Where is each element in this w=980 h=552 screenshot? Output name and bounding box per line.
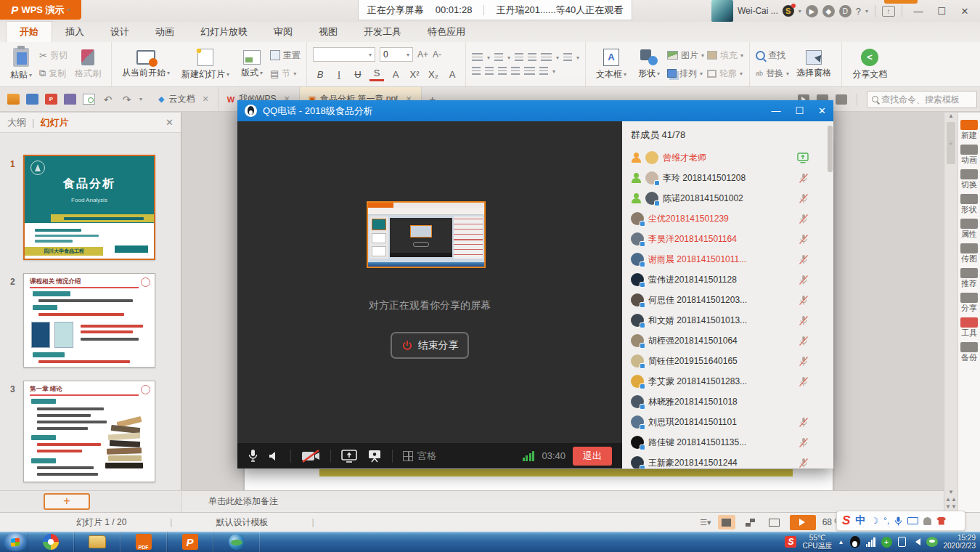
print-preview-icon[interactable] <box>83 94 95 105</box>
import-icon[interactable] <box>836 94 847 105</box>
mic-muted-icon[interactable] <box>799 417 809 430</box>
qq-title-bar[interactable]: QQ电话 - 2018级食品分析 — ☐ ✕ <box>237 100 833 121</box>
punctuation-icon[interactable]: °, <box>883 516 889 526</box>
align-right-icon[interactable] <box>498 67 507 76</box>
play-from-current-button[interactable]: 从当前开始▾ <box>118 44 174 85</box>
command-search-box[interactable] <box>867 91 977 108</box>
tray-expand-icon[interactable]: ▲ <box>838 539 844 545</box>
volume-tray-icon[interactable] <box>912 538 920 545</box>
fill-button[interactable]: 填充▾ <box>707 49 743 62</box>
member-row[interactable]: 曾维才老师 <box>622 147 833 168</box>
ribbon-tab[interactable]: 开始 <box>6 21 52 42</box>
notes-bar[interactable]: 单击此处添加备注 <box>182 490 958 512</box>
slides-tab[interactable]: 幻灯片 <box>40 116 68 129</box>
member-row[interactable]: 萤伟进2018141501128 <box>622 269 833 290</box>
network-tray-icon[interactable] <box>866 537 875 547</box>
ribbon-tab[interactable]: 审阅 <box>261 22 306 42</box>
member-row[interactable]: 李玲 2018141501208 <box>622 168 833 188</box>
system-clock[interactable]: 15:292020/2/23 <box>944 534 976 550</box>
textbox-button[interactable]: A文本框▾ <box>592 44 631 85</box>
reset-button[interactable]: 重置 <box>270 49 301 62</box>
mic-muted-icon[interactable] <box>799 458 809 468</box>
ribbon-tab[interactable]: 特色应用 <box>415 22 478 42</box>
outline-button[interactable]: 轮廓▾ <box>707 68 743 80</box>
align-center-icon[interactable] <box>485 67 494 76</box>
fullhalf-width-icon[interactable]: ☽ <box>870 516 878 526</box>
account-icon[interactable] <box>923 517 931 525</box>
vertical-scrollbar[interactable]: ▲ ≡ ▼ ▲▲ ▼▼ <box>944 113 957 512</box>
cut-button[interactable]: ✂剪切 <box>39 49 68 62</box>
outline-tab[interactable]: 大纲 <box>7 116 26 129</box>
microphone-button[interactable] <box>248 449 258 463</box>
mic-muted-icon[interactable] <box>799 315 809 328</box>
picture-button[interactable]: 图片▾ <box>667 49 704 62</box>
language-mode-toggle[interactable]: 中 <box>855 514 865 527</box>
mic-muted-icon[interactable] <box>799 214 809 227</box>
taskbar-browser-button[interactable] <box>28 532 74 552</box>
slide-sorter-view-button[interactable] <box>742 515 759 529</box>
font-family-select[interactable]: ▾ <box>313 47 375 62</box>
font-style-button[interactable]: A <box>445 67 460 81</box>
shrink-font-button[interactable]: A- <box>433 49 441 60</box>
help-dropdown-icon[interactable]: ▾ <box>865 8 868 15</box>
font-size-select[interactable]: 0▾ <box>380 47 413 62</box>
antivirus-tray-icon[interactable]: + <box>881 537 892 548</box>
task-pane-item[interactable]: 动画 <box>960 145 978 164</box>
grid-view-icon[interactable] <box>403 451 413 461</box>
qq-tray-icon[interactable] <box>850 536 860 548</box>
selection-pane-button[interactable]: 选择窗格 <box>792 44 836 85</box>
viewing-screen-icon[interactable] <box>797 153 809 166</box>
member-row[interactable]: 简钰佳2019151640165 <box>622 351 833 371</box>
account-name[interactable]: Wei-Cai ... <box>738 6 778 16</box>
scroll-up-icon[interactable]: ▲ <box>944 113 957 119</box>
new-slide-button[interactable]: 新建幻灯片▾ <box>177 44 234 85</box>
minimize-button[interactable]: — <box>909 3 928 19</box>
play-circle-icon[interactable]: ▶ <box>806 5 818 17</box>
task-pane-item[interactable]: 工具 <box>960 317 978 337</box>
soft-keyboard-icon[interactable] <box>907 517 918 524</box>
replace-button[interactable]: ab替换▾ <box>756 68 789 80</box>
next-slide-icon[interactable]: ▼▼ <box>944 503 957 511</box>
task-pane-item[interactable]: 形状 <box>960 194 978 214</box>
account-dropdown-icon[interactable]: ▾ <box>799 8 801 15</box>
member-row[interactable]: 尘优2018141501239 <box>622 208 833 229</box>
member-row[interactable]: 谢雨晨 2018141501011... <box>622 249 833 269</box>
text-frame-icon[interactable] <box>563 53 572 62</box>
member-row[interactable]: 路佳键 2018141501135... <box>622 432 833 452</box>
taskbar-app-button[interactable] <box>213 532 260 552</box>
wechat-tray-icon[interactable] <box>926 537 938 547</box>
taskbar-pdf-button[interactable]: PDF <box>121 532 167 552</box>
reading-view-button[interactable] <box>766 515 783 529</box>
save-icon[interactable] <box>26 94 38 105</box>
decrease-indent-icon[interactable] <box>515 53 523 62</box>
mic-muted-icon[interactable] <box>799 275 809 288</box>
ribbon-tab[interactable]: 幻灯片放映 <box>187 22 261 42</box>
member-row[interactable]: 和文婧 2018141501013... <box>622 310 833 330</box>
text-direction-icon[interactable] <box>541 53 552 62</box>
upload-icon[interactable]: ↑ <box>882 6 895 17</box>
notes-toggle-icon[interactable]: ☰▾ <box>700 518 711 527</box>
mic-muted-icon[interactable] <box>799 234 809 247</box>
task-pane-item[interactable]: 分享 <box>960 293 978 312</box>
task-pane-item[interactable]: 推荐 <box>960 268 978 288</box>
taskbar-explorer-button[interactable] <box>74 532 121 552</box>
maximize-button[interactable]: ☐ <box>932 3 951 19</box>
member-row[interactable]: 胡桎强2018141501064 <box>622 330 833 351</box>
bullet-list-icon[interactable] <box>472 53 483 62</box>
open-file-icon[interactable] <box>7 94 20 105</box>
member-row[interactable]: 何思佳 2018141501203... <box>622 290 833 310</box>
scroll-down-icon[interactable]: ▼ <box>944 489 957 496</box>
layout-button[interactable]: 版式▾ <box>237 44 267 85</box>
scrollbar-thumb[interactable]: ≡ <box>947 122 955 164</box>
member-row[interactable]: 李艾蒙 2018141501283... <box>622 371 833 391</box>
shapes-button[interactable]: 形状▾ <box>634 44 664 85</box>
font-style-button[interactable]: U <box>351 67 365 81</box>
font-style-button[interactable]: I <box>332 67 346 81</box>
arrange-button[interactable]: 排列▾ <box>667 68 704 80</box>
task-pane-item[interactable]: 备份 <box>960 342 978 362</box>
command-search-input[interactable] <box>881 94 967 105</box>
taskbar-wps-button[interactable]: P <box>167 532 213 552</box>
skin-icon[interactable] <box>936 517 946 525</box>
font-style-button[interactable]: A <box>388 67 403 81</box>
share-screen-button[interactable] <box>341 450 357 463</box>
